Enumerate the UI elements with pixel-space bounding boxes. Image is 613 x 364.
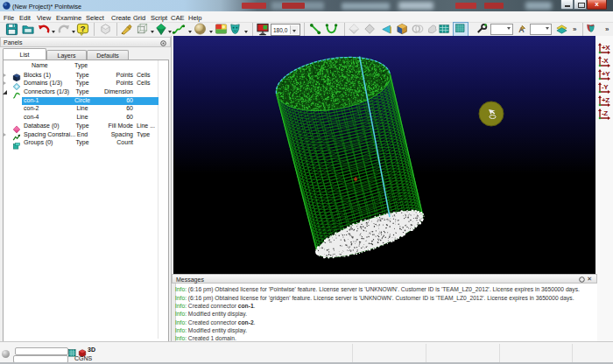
svg-text:+X: +X: [602, 44, 610, 52]
svg-text:?: ?: [81, 24, 86, 33]
svg-text:+Y: +Y: [602, 70, 610, 78]
svg-text:-Y: -Y: [602, 83, 609, 91]
svg-text:-Z: -Z: [602, 109, 608, 117]
svg-text:-X: -X: [602, 57, 609, 65]
svg-text:+Z: +Z: [602, 96, 609, 104]
